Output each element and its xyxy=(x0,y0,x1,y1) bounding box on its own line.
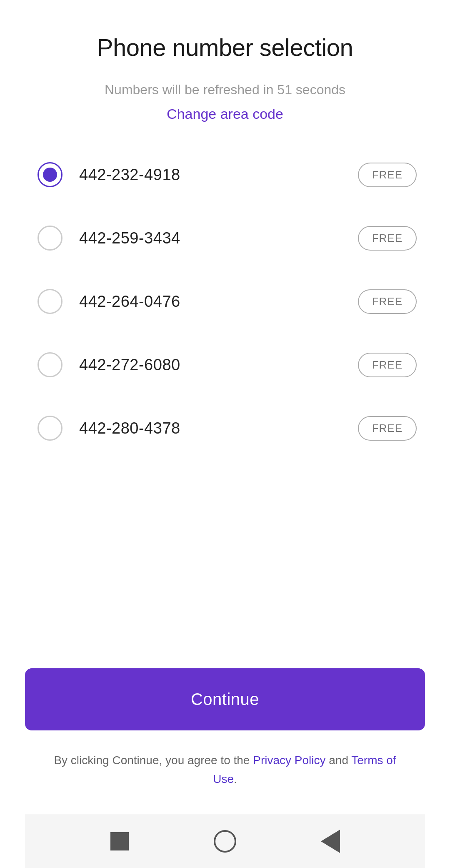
phone-number-2: 442-259-3434 xyxy=(79,229,358,247)
nav-home-button[interactable] xyxy=(212,829,238,854)
radio-wrapper-5 xyxy=(33,411,67,445)
page-container: Phone number selection Numbers will be r… xyxy=(0,0,450,868)
radio-button-5[interactable] xyxy=(38,416,62,441)
free-badge-2: FREE xyxy=(358,226,417,251)
phone-number-3: 442-264-0476 xyxy=(79,293,358,311)
home-icon xyxy=(214,830,236,853)
radio-button-4[interactable] xyxy=(38,352,62,377)
terms-prefix: By clicking Continue, you agree to the xyxy=(54,754,253,767)
nav-stop-button[interactable] xyxy=(107,829,132,854)
radio-wrapper-3 xyxy=(33,285,67,318)
back-icon xyxy=(321,830,340,853)
phone-item-5[interactable]: 442-280-4378 FREE xyxy=(25,396,425,460)
page-title: Phone number selection xyxy=(97,33,353,61)
radio-wrapper-4 xyxy=(33,348,67,381)
radio-button-3[interactable] xyxy=(38,289,62,314)
phone-number-4: 442-272-6080 xyxy=(79,356,358,374)
refresh-text: Numbers will be refreshed in 51 seconds xyxy=(105,82,345,98)
terms-and: and xyxy=(325,754,351,767)
bottom-section: Continue By clicking Continue, you agree… xyxy=(25,668,425,814)
free-badge-5: FREE xyxy=(358,416,417,441)
phone-item-3[interactable]: 442-264-0476 FREE xyxy=(25,270,425,333)
terms-text: By clicking Continue, you agree to the P… xyxy=(25,751,425,814)
continue-button[interactable]: Continue xyxy=(25,668,425,730)
free-badge-4: FREE xyxy=(358,353,417,377)
privacy-policy-link[interactable]: Privacy Policy xyxy=(253,754,325,767)
terms-suffix: . xyxy=(234,773,237,785)
radio-wrapper-1 xyxy=(33,158,67,191)
phone-number-1: 442-232-4918 xyxy=(79,166,358,184)
phone-item-4[interactable]: 442-272-6080 FREE xyxy=(25,333,425,396)
nav-bar xyxy=(25,814,425,868)
radio-button-1[interactable] xyxy=(38,162,62,187)
change-area-code-link[interactable]: Change area code xyxy=(167,106,283,122)
phone-item-1[interactable]: 442-232-4918 FREE xyxy=(25,143,425,206)
free-badge-3: FREE xyxy=(358,289,417,314)
free-badge-1: FREE xyxy=(358,163,417,187)
radio-wrapper-2 xyxy=(33,221,67,255)
phone-list: 442-232-4918 FREE 442-259-3434 FREE 442-… xyxy=(25,143,425,460)
radio-button-2[interactable] xyxy=(38,226,62,251)
stop-icon xyxy=(110,832,129,850)
phone-number-5: 442-280-4378 xyxy=(79,419,358,437)
nav-back-button[interactable] xyxy=(318,829,343,854)
phone-item-2[interactable]: 442-259-3434 FREE xyxy=(25,206,425,270)
